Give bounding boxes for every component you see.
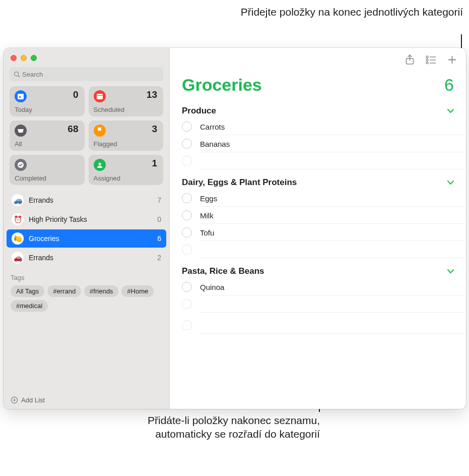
callout-bottom: Přidáte-li položky nakonec seznamu, auto…: [141, 413, 320, 441]
close-icon[interactable]: [11, 55, 17, 61]
chevron-down-icon[interactable]: [447, 107, 454, 115]
section-title: Pasta, Rice & Beans: [182, 266, 264, 276]
list-header: Groceries 6: [170, 71, 466, 102]
today-icon: [15, 90, 27, 102]
checkbox-circle[interactable]: [182, 139, 192, 149]
section-title: Dairy, Eggs & Plant Proteins: [182, 177, 297, 188]
smart-count: 1: [152, 158, 157, 169]
checkbox-circle[interactable]: [182, 210, 192, 220]
list-count: 2: [157, 254, 161, 262]
item-title: Carrots: [200, 123, 225, 131]
add-circle-icon: [182, 245, 192, 255]
smart-card-assigned[interactable]: 1Assigned: [89, 155, 164, 185]
smart-label: Flagged: [94, 140, 117, 148]
add-item-end-row[interactable]: [170, 317, 466, 334]
section-title: Produce: [182, 106, 216, 116]
list-emoji-icon: 🚗: [12, 252, 24, 264]
smart-count: 0: [73, 89, 79, 100]
checkbox-circle[interactable]: [182, 122, 192, 132]
reminder-item[interactable]: Carrots: [170, 118, 466, 135]
toolbar: [170, 48, 466, 71]
reminder-item[interactable]: Eggs: [170, 190, 466, 207]
view-button[interactable]: [426, 55, 436, 64]
checkbox-circle[interactable]: [182, 193, 192, 203]
chevron-down-icon[interactable]: [447, 178, 454, 187]
smart-label: Scheduled: [94, 106, 124, 113]
add-item-row[interactable]: [170, 295, 466, 313]
section-header[interactable]: Produce: [170, 102, 466, 118]
search-input[interactable]: [22, 71, 159, 78]
smart-card-all[interactable]: 68All: [10, 121, 85, 151]
callout-top: Přidejte položky na konec jednotlivých k…: [241, 5, 463, 19]
tag-pill[interactable]: #friends: [84, 285, 118, 297]
list-count: 0: [157, 215, 161, 223]
list-content: ProduceCarrotsBananasDairy, Eggs & Plant…: [170, 102, 466, 334]
section-header[interactable]: Dairy, Eggs & Plant Proteins: [170, 173, 466, 190]
tag-pill[interactable]: All Tags: [11, 285, 44, 297]
list-count: 6: [157, 234, 161, 243]
svg-point-0: [15, 72, 19, 76]
smart-count: 3: [152, 124, 157, 135]
list-icon: [426, 55, 436, 64]
minimize-icon[interactable]: [21, 55, 27, 61]
add-item-row[interactable]: [170, 241, 466, 258]
tag-pill[interactable]: #Home: [121, 285, 154, 297]
checkbox-circle[interactable]: [182, 282, 192, 292]
my-lists: 🚙Errands7⏰High Priority Tasks0🍋Groceries…: [4, 190, 169, 269]
smart-label: Assigned: [94, 174, 120, 182]
smart-card-today[interactable]: 0Today: [10, 86, 85, 116]
svg-rect-4: [19, 96, 21, 98]
svg-line-1: [18, 75, 20, 77]
reminder-item[interactable]: Quinoa: [170, 278, 466, 295]
list-count: 7: [157, 196, 161, 204]
reminder-item[interactable]: Bananas: [170, 135, 466, 152]
maximize-icon[interactable]: [31, 55, 37, 61]
sidebar-list-groceries[interactable]: 🍋Groceries6: [7, 229, 166, 248]
svg-point-17: [426, 62, 428, 64]
svg-point-15: [426, 59, 428, 61]
section-header[interactable]: Pasta, Rice & Beans: [170, 262, 466, 278]
add-item-row[interactable]: [170, 152, 466, 169]
add-item-button[interactable]: [447, 55, 457, 65]
list-emoji-icon: 🚙: [12, 194, 24, 206]
list-name: High Priority Tasks: [29, 215, 157, 223]
smart-card-scheduled[interactable]: 13Scheduled: [89, 86, 164, 116]
list-title: Groceries: [182, 75, 262, 95]
smart-count: 13: [147, 89, 157, 100]
search-field[interactable]: [10, 67, 163, 81]
tag-pill[interactable]: #medical: [11, 300, 48, 312]
add-circle-icon: [182, 156, 192, 166]
sidebar-list-errands[interactable]: 🚙Errands7: [7, 191, 166, 209]
list-item-count: 6: [444, 75, 454, 95]
assigned-icon: [94, 159, 106, 171]
smart-card-flagged[interactable]: 3Flagged: [89, 121, 164, 151]
tags-section: Tags All Tags#errand#friends#Home#medica…: [4, 269, 169, 317]
chevron-down-icon[interactable]: [447, 267, 454, 275]
reminder-item[interactable]: Milk: [170, 207, 466, 224]
plus-circle-icon: [11, 396, 18, 404]
add-circle-icon: [182, 320, 192, 330]
tag-pill[interactable]: #errand: [47, 285, 81, 297]
smart-label: All: [15, 140, 22, 148]
list-name: Errands: [29, 254, 157, 262]
reminder-item[interactable]: Tofu: [170, 224, 466, 241]
smart-label: Completed: [15, 174, 46, 182]
smart-lists-grid: 0Today13Scheduled68All3FlaggedCompleted1…: [4, 86, 169, 190]
item-title: Tofu: [200, 228, 214, 237]
sidebar-list-errands[interactable]: 🚗Errands2: [7, 249, 166, 267]
share-icon: [405, 54, 415, 65]
item-title: Milk: [200, 211, 214, 220]
app-window: 0Today13Scheduled68All3FlaggedCompleted1…: [4, 48, 466, 409]
svg-rect-5: [97, 94, 103, 99]
smart-card-completed[interactable]: Completed: [10, 155, 85, 185]
share-button[interactable]: [405, 54, 415, 65]
checkbox-circle[interactable]: [182, 227, 192, 237]
sidebar-list-high-priority-tasks[interactable]: ⏰High Priority Tasks0: [7, 210, 166, 228]
tags-heading: Tags: [11, 274, 162, 281]
sidebar: 0Today13Scheduled68All3FlaggedCompleted1…: [4, 48, 170, 409]
item-title: Eggs: [200, 194, 217, 203]
add-list-button[interactable]: Add List: [4, 391, 169, 409]
plus-icon: [447, 55, 457, 65]
svg-point-13: [426, 56, 428, 58]
add-circle-icon: [182, 299, 192, 309]
